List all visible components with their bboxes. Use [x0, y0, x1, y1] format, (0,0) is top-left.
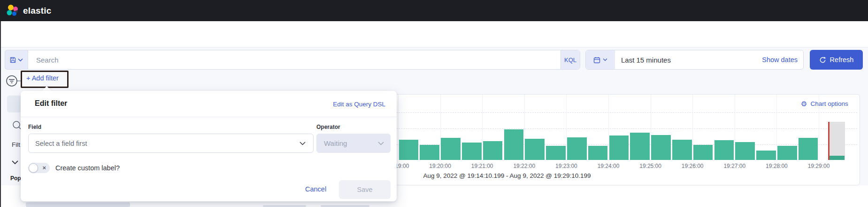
x-axis-tick-label: 19:26:00	[682, 163, 704, 169]
histogram-bar[interactable]	[483, 141, 503, 160]
popover-save-button-disabled[interactable]: Save	[339, 180, 391, 199]
histogram-bar[interactable]	[651, 135, 671, 160]
histogram-bar[interactable]	[799, 138, 818, 160]
histogram-bar[interactable]	[777, 146, 797, 160]
x-axis-tick-label: 19:20:00	[429, 163, 451, 169]
histogram-bar[interactable]	[588, 146, 608, 160]
elastic-logo-icon	[6, 4, 19, 17]
custom-label-toggle-label: Create custom label?	[55, 164, 120, 172]
histogram-bar[interactable]	[735, 142, 755, 160]
histogram-bar[interactable]	[462, 143, 482, 160]
time-range-value[interactable]: Last 15 minutes	[621, 56, 762, 64]
chevron-down-icon	[18, 58, 23, 62]
show-dates-link[interactable]: Show dates	[762, 56, 798, 64]
operator-label: Operator	[316, 124, 340, 130]
window-left-edge	[0, 21, 1, 207]
refresh-icon	[819, 56, 826, 64]
x-axis-tick-label: 19:29:00	[808, 163, 830, 169]
current-time-marker	[828, 122, 830, 160]
table-fragment	[263, 205, 306, 207]
histogram-bar[interactable]	[420, 145, 439, 160]
histogram-bar-partial[interactable]	[830, 156, 845, 160]
sidebar-dataview-fragment[interactable]	[7, 96, 22, 112]
table-fragment	[321, 205, 369, 207]
refresh-button-label: Refresh	[830, 56, 854, 64]
query-placeholder: Search	[36, 56, 561, 64]
chart-options-label: Chart options	[810, 100, 848, 107]
histogram-bar[interactable]	[630, 133, 650, 160]
x-axis-tick-label: 19:27:00	[723, 163, 745, 169]
time-range-caption: Aug 9, 2022 @ 19:14:10.199 - Aug 9, 2022…	[366, 172, 648, 179]
histogram-bar[interactable]	[609, 135, 629, 160]
custom-label-toggle[interactable]: ×	[28, 163, 50, 173]
histogram-bar[interactable]	[504, 129, 524, 160]
refresh-button[interactable]: Refresh	[810, 50, 863, 70]
edit-as-query-dsl-link[interactable]: Edit as Query DSL	[275, 101, 385, 108]
chevron-down-icon	[378, 142, 384, 145]
histogram-bar[interactable]	[399, 140, 419, 160]
x-axis-tick-label: 19:28:00	[766, 163, 788, 169]
sidebar-chevron-down-icon[interactable]	[11, 160, 19, 165]
toggle-off-icon: ×	[42, 164, 46, 171]
kql-language-button[interactable]: KQL	[561, 50, 580, 69]
histogram-bar[interactable]	[714, 140, 734, 160]
x-axis-tick-label: 19:23:00	[555, 163, 577, 169]
chevron-down-icon	[603, 58, 607, 61]
histogram-bar[interactable]	[546, 146, 566, 160]
cancel-button[interactable]: Cancel	[305, 185, 326, 193]
filter-set-icon[interactable]	[6, 75, 18, 87]
x-axis-tick-label: 19:22:00	[513, 163, 535, 169]
histogram-bar[interactable]	[441, 138, 461, 160]
histogram-bar[interactable]	[756, 151, 776, 160]
field-select-placeholder: Select a field first	[35, 140, 300, 147]
popover-title: Edit filter	[35, 99, 67, 108]
table-fragment	[26, 202, 130, 207]
toggle-knob	[29, 163, 38, 173]
save-query-icon	[10, 57, 16, 63]
field-label: Field	[28, 124, 41, 130]
x-axis-tick-label: 19:21:00	[471, 163, 493, 169]
incomplete-bucket-overlay	[829, 122, 845, 160]
elastic-logo[interactable]: elastic	[6, 4, 52, 17]
sidebar-popular-label-fragment: Pop	[10, 175, 21, 182]
calendar-icon	[593, 56, 600, 64]
histogram-bar[interactable]	[693, 145, 713, 160]
histogram-bar[interactable]	[672, 140, 692, 160]
brand-text: elastic	[23, 6, 52, 16]
x-axis-tick-label: 19:25:00	[639, 163, 661, 169]
query-search-input[interactable]: Search KQL	[28, 50, 580, 70]
histogram-bar[interactable]	[525, 139, 545, 160]
sidebar-filter-label-fragment: Filt	[12, 141, 20, 148]
chart-options-button[interactable]: ⚙ Chart options	[801, 100, 848, 107]
global-header: elastic	[0, 0, 868, 21]
gear-icon: ⚙	[801, 100, 807, 107]
add-filter-button[interactable]: + Add filter	[26, 74, 59, 82]
saved-query-menu-button[interactable]	[5, 50, 28, 70]
date-quick-select-button[interactable]	[586, 50, 615, 69]
operator-select-disabled[interactable]: Waiting	[316, 134, 391, 153]
popover-divider	[21, 117, 397, 117]
x-axis-tick-label: 19:24:00	[598, 163, 620, 169]
app-header	[0, 21, 868, 48]
date-picker: Last 15 minutes Show dates	[585, 50, 804, 70]
chevron-down-icon	[300, 142, 306, 145]
histogram-bar[interactable]	[567, 137, 587, 160]
field-select[interactable]: Select a field first	[28, 134, 314, 153]
popover-save-label: Save	[357, 186, 372, 193]
operator-placeholder: Waiting	[324, 139, 378, 147]
